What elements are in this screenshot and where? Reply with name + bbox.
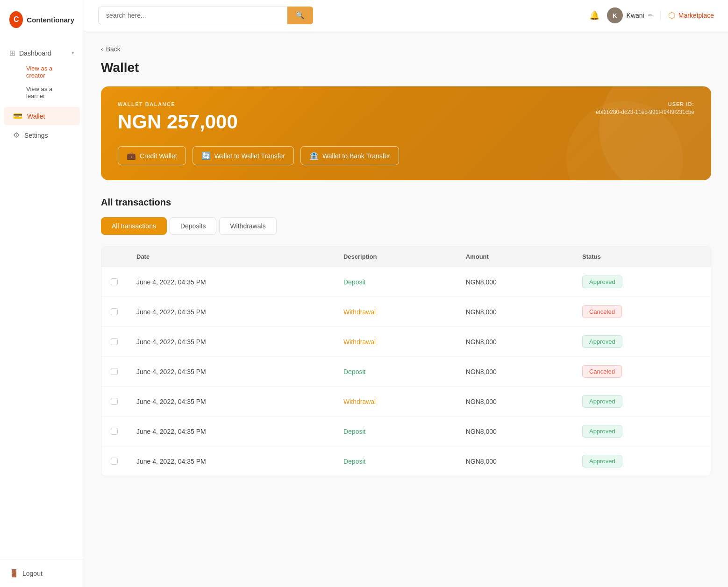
sidebar-item-wallet[interactable]: 💳 Wallet [4,107,80,125]
wallet-actions: 💼 Credit Wallet 🔄 Wallet to Wallet Trans… [118,146,694,165]
row-date: June 4, 2022, 04:35 PM [127,357,334,387]
row-amount: NGN8,000 [457,417,573,446]
sidebar-item-view-as-learner[interactable]: View as a learner [22,83,74,102]
sidebar-nav: ⊞ Dashboard ▾ View as a creator View as … [0,37,84,559]
credit-wallet-label: Credit Wallet [140,152,177,160]
row-checkbox-cell [101,327,127,357]
table-header-row: Date Description Amount Status [101,247,711,267]
row-description: Withdrawal [334,327,457,357]
row-checkbox[interactable] [111,338,118,345]
col-date: Date [127,247,334,267]
row-checkbox-cell [101,267,127,297]
sidebar: C Contentionary ⊞ Dashboard ▾ View as a … [0,0,84,587]
row-description: Deposit [334,446,457,476]
status-badge: Approved [582,395,622,408]
row-description-text: Deposit [343,458,365,465]
wallet-balance-label: WALLET BALANCE [118,101,694,107]
dashboard-icon: ⊞ [9,49,15,57]
row-amount: NGN8,000 [457,387,573,417]
back-label: Back [106,45,121,53]
row-description-text: Deposit [343,368,365,375]
row-date: June 4, 2022, 04:35 PM [127,446,334,476]
sidebar-item-dashboard[interactable]: ⊞ Dashboard ▾ [9,44,74,62]
row-checkbox-cell [101,446,127,476]
row-checkbox[interactable] [111,458,118,465]
row-checkbox-cell [101,357,127,387]
settings-icon: ⚙ [13,131,20,140]
row-amount: NGN8,000 [457,267,573,297]
status-badge: Approved [582,425,622,438]
transactions-table-wrap: Date Description Amount Status June 4, 2… [101,246,711,476]
search-button[interactable]: 🔍 [287,7,313,24]
table-row: June 4, 2022, 04:35 PM Deposit NGN8,000 … [101,357,711,387]
sidebar-bottom: 🚪 Logout [0,559,84,587]
sidebar-item-settings[interactable]: ⚙ Settings [4,126,80,144]
search-input[interactable] [98,7,287,24]
bank-transfer-icon: 🏦 [309,151,319,160]
tab-deposits[interactable]: Deposits [170,217,216,235]
row-description-text: Withdrawal [343,308,376,316]
edit-icon: ✏ [648,12,653,19]
back-arrow-icon: ‹ [101,45,103,53]
logout-button[interactable]: 🚪 Logout [9,569,74,578]
row-description: Deposit [334,417,457,446]
row-description-text: Withdrawal [343,398,376,405]
table-row: June 4, 2022, 04:35 PM Deposit NGN8,000 … [101,267,711,297]
row-checkbox-cell [101,387,127,417]
logout-label: Logout [22,570,43,577]
status-badge: Approved [582,335,622,348]
notification-bell-icon[interactable]: 🔔 [589,10,600,21]
row-amount: NGN8,000 [457,357,573,387]
transactions-tabs: All transactions Deposits Withdrawals [101,217,711,235]
wallet-card: USER ID: ebf2b280-dc23-11ec-991f-f94f9f2… [101,86,711,180]
tab-all-transactions[interactable]: All transactions [101,217,167,235]
row-amount: NGN8,000 [457,446,573,476]
table-row: June 4, 2022, 04:35 PM Withdrawal NGN8,0… [101,327,711,357]
row-checkbox[interactable] [111,428,118,435]
credit-wallet-button[interactable]: 💼 Credit Wallet [118,146,186,165]
sidebar-settings-label: Settings [24,132,48,139]
tab-withdrawals[interactable]: Withdrawals [219,217,276,235]
user-avatar-wrap[interactable]: K Kwani ✏ [607,7,653,23]
status-badge: Canceled [582,305,622,318]
logo-wrap: C Contentionary [0,0,84,37]
row-description: Withdrawal [334,297,457,327]
row-checkbox[interactable] [111,308,118,315]
row-description-text: Deposit [343,278,365,286]
dashboard-label: Dashboard [19,50,51,57]
header: 🔍 🔔 K Kwani ✏ ⬡ Marketplace [84,0,728,31]
logo-icon: C [9,11,23,28]
wallet-to-bank-button[interactable]: 🏦 Wallet to Bank Transfer [300,146,399,165]
wallet-to-wallet-label: Wallet to Wallet Transfer [214,152,285,160]
col-amount: Amount [457,247,573,267]
back-button[interactable]: ‹ Back [101,45,711,53]
col-description: Description [334,247,457,267]
row-description: Deposit [334,267,457,297]
sidebar-item-view-as-creator[interactable]: View as a creator [22,62,74,82]
wallet-to-bank-label: Wallet to Bank Transfer [322,152,390,160]
page-content: ‹ Back Wallet USER ID: ebf2b280-dc23-11e… [84,31,728,587]
row-checkbox[interactable] [111,368,118,375]
search-wrap: 🔍 [98,7,313,24]
row-checkbox[interactable] [111,398,118,405]
header-right: 🔔 K Kwani ✏ ⬡ Marketplace [589,7,714,23]
status-badge: Approved [582,455,622,467]
row-status: Approved [573,327,711,357]
logo-text: Contentionary [27,16,74,24]
row-date: June 4, 2022, 04:35 PM [127,267,334,297]
table-row: June 4, 2022, 04:35 PM Withdrawal NGN8,0… [101,387,711,417]
row-date: June 4, 2022, 04:35 PM [127,297,334,327]
sidebar-dashboard-section: ⊞ Dashboard ▾ View as a creator View as … [0,42,84,104]
transactions-table: Date Description Amount Status June 4, 2… [101,247,711,476]
row-description: Deposit [334,357,457,387]
table-row: June 4, 2022, 04:35 PM Deposit NGN8,000 … [101,446,711,476]
credit-wallet-icon: 💼 [127,151,136,160]
search-icon: 🔍 [296,11,305,20]
status-badge: Canceled [582,365,622,378]
wallet-to-wallet-button[interactable]: 🔄 Wallet to Wallet Transfer [193,146,294,165]
marketplace-link[interactable]: ⬡ Marketplace [660,10,714,21]
col-checkbox [101,247,127,267]
row-checkbox[interactable] [111,278,118,285]
logout-icon: 🚪 [9,569,19,578]
row-description-text: Deposit [343,428,365,435]
